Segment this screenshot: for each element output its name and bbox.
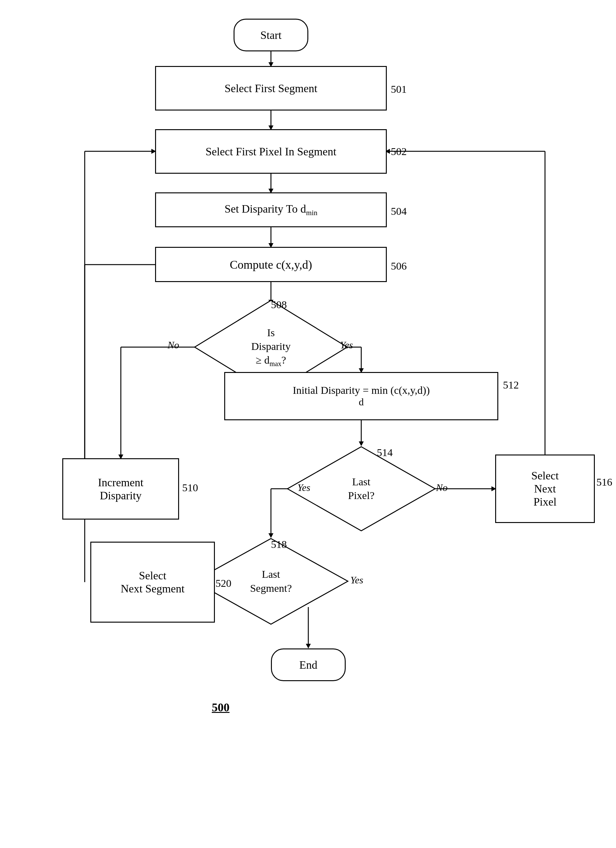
yes-label-514: Yes bbox=[297, 482, 310, 494]
end-label: End bbox=[299, 658, 317, 672]
svg-marker-35 bbox=[306, 644, 311, 648]
n520-label: SelectNext Segment bbox=[121, 569, 185, 595]
select-next-segment-box: SelectNext Segment bbox=[90, 542, 215, 623]
n512-line1: Initial Disparity = min (c(x,y,d)) bbox=[293, 384, 430, 396]
n504-ref: 504 bbox=[391, 206, 407, 217]
n516-label: SelectNextPixel bbox=[531, 469, 559, 509]
end-terminal: End bbox=[271, 648, 346, 681]
figure-label: 500 bbox=[212, 700, 230, 714]
n510-ref: 510 bbox=[182, 482, 198, 494]
no-label-508: No bbox=[168, 339, 179, 351]
yes-label-508: Yes bbox=[340, 339, 353, 351]
n510-label: IncrementDisparity bbox=[98, 476, 144, 502]
n501-ref: 501 bbox=[391, 83, 407, 95]
select-next-pixel-box: SelectNextPixel bbox=[495, 455, 595, 523]
compute-box: Compute c(x,y,d) bbox=[155, 247, 387, 282]
n501-label: Select First Segment bbox=[224, 82, 317, 95]
n504-label: Set Disparity To dmin bbox=[224, 202, 317, 217]
arrows-svg bbox=[0, 0, 616, 848]
start-label: Start bbox=[260, 29, 282, 42]
n520-ref: 520 bbox=[215, 577, 232, 589]
initial-disparity-box: Initial Disparity = min (c(x,y,d)) d bbox=[224, 372, 498, 420]
n514-ref: 514 bbox=[377, 447, 393, 458]
n506-ref: 506 bbox=[391, 260, 407, 272]
flowchart: Start Select First Segment 501 Select Fi… bbox=[0, 0, 616, 848]
n502-label: Select First Pixel In Segment bbox=[206, 145, 336, 158]
set-disparity-box: Set Disparity To dmin bbox=[155, 193, 387, 227]
n518-ref: 518 bbox=[271, 538, 287, 550]
select-first-segment-box: Select First Segment bbox=[155, 66, 387, 111]
no-label-514: No bbox=[436, 482, 448, 494]
select-first-pixel-box: Select First Pixel In Segment bbox=[155, 129, 387, 174]
yes-label-518: Yes bbox=[350, 574, 364, 586]
n512-ref: 512 bbox=[503, 379, 519, 391]
n512-line2: d bbox=[359, 396, 364, 408]
n508-ref: 508 bbox=[271, 299, 287, 311]
start-terminal: Start bbox=[233, 19, 308, 51]
increment-disparity-box: IncrementDisparity bbox=[62, 458, 179, 520]
n506-label: Compute c(x,y,d) bbox=[230, 258, 312, 271]
n516-ref: 516 bbox=[597, 476, 612, 488]
n502-ref: 502 bbox=[391, 146, 407, 157]
